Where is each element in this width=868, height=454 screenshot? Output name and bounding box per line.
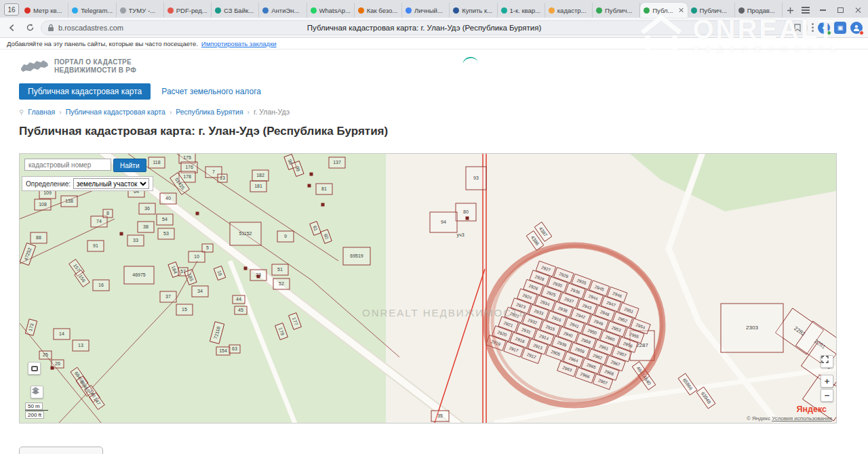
svg-text:13: 13 — [220, 176, 225, 180]
svg-text:46975: 46975 — [132, 272, 146, 277]
browser-tab[interactable]: Купить к... — [450, 3, 497, 18]
tab-label: 1-к. квар... — [510, 7, 541, 14]
zoom-out-button[interactable]: − — [821, 389, 833, 402]
russia-map-logo-icon — [20, 59, 49, 74]
map-parcel: 138 — [61, 196, 77, 207]
browser-tab[interactable]: Метр кв... — [21, 3, 68, 18]
tab-favicon — [738, 7, 745, 14]
site-nav: Публичная кадастровая карта Расчет земел… — [19, 83, 868, 99]
extension-icon[interactable]: ● — [818, 22, 830, 34]
map-parcel: 154 — [216, 347, 230, 355]
cutoff-button[interactable] — [19, 447, 103, 454]
search-button[interactable]: Найти — [113, 159, 146, 172]
breadcrumb-item[interactable]: Республика Бурятия — [176, 108, 243, 116]
minimize-button[interactable] — [814, 3, 831, 18]
browser-tab[interactable]: Публ... — [640, 3, 687, 18]
url-text: b.roscadastres.com — [58, 24, 123, 32]
browser-tab[interactable]: Публич... — [593, 3, 640, 18]
scale-line — [25, 410, 48, 411]
profile-icon[interactable] — [850, 22, 863, 34]
svg-text:154: 154 — [219, 348, 227, 353]
map-parcel: 94 — [430, 212, 457, 232]
tab-label: ТУМУ -... — [129, 7, 160, 14]
map-parcel: 45 — [235, 306, 247, 314]
filter-select[interactable]: земельный участок — [73, 178, 149, 189]
house-icon — [120, 232, 123, 236]
layers-button[interactable] — [31, 386, 43, 398]
tab-favicon — [167, 7, 174, 14]
browser-tab[interactable]: Публич... — [688, 3, 735, 18]
tab-favicon — [453, 7, 459, 14]
svg-text:7: 7 — [212, 169, 215, 174]
browser-tab[interactable]: Продав... — [735, 3, 783, 18]
more-options-icon[interactable] — [812, 23, 814, 32]
reload-icon — [26, 23, 35, 32]
tab-label: Публич... — [700, 7, 731, 14]
tab-label: Публич... — [605, 7, 636, 14]
fullscreen-button[interactable] — [821, 355, 833, 368]
house-icon — [244, 267, 248, 270]
map-parcel: 69519 — [343, 247, 370, 265]
tab-favicon — [691, 7, 697, 14]
svg-text:14: 14 — [59, 331, 64, 336]
back-button[interactable] — [5, 21, 19, 35]
search-input[interactable] — [24, 159, 111, 171]
tab-label: Продав... — [747, 7, 778, 14]
breadcrumb-item[interactable]: Публичная кадастровая карта — [66, 108, 165, 116]
browser-tab-bar: 16 Метр кв...Telegram...ТУМУ -...PDF-ред… — [0, 0, 868, 18]
map-parcel: 51152 — [230, 222, 261, 245]
map-parcel: 51 — [272, 264, 288, 275]
svg-text:9: 9 — [284, 234, 287, 239]
breadcrumb-separator: › — [248, 108, 250, 116]
map-parcel: уч3 — [456, 232, 464, 238]
map-container[interactable]: 1181751761787131821819899137819310910813… — [19, 153, 837, 424]
close-button[interactable] — [849, 3, 867, 18]
site-logo-text: ПОРТАЛ О КАДАСТРЕ НЕДВИЖИМОСТИ В РФ — [54, 58, 136, 75]
browser-tab[interactable]: Telegram... — [68, 3, 116, 18]
browser-tab[interactable]: СЗ Байк... — [212, 3, 259, 18]
map-type-button[interactable] — [28, 362, 41, 375]
browser-tab[interactable]: Личный... — [402, 3, 450, 18]
svg-text:36: 36 — [144, 206, 150, 211]
map-canvas[interactable]: 1181751761787131821819899137819310910813… — [20, 154, 836, 423]
tab-land-tax[interactable]: Расчет земельного налога — [161, 87, 261, 96]
breadcrumb-item[interactable]: Главная — [28, 108, 55, 116]
map-parcel: 35 — [431, 411, 449, 421]
browser-tab[interactable]: кадастр... — [545, 3, 593, 18]
svg-text:2303: 2303 — [746, 325, 758, 331]
import-bookmarks-link[interactable]: Импортировать закладки — [201, 40, 277, 47]
svg-text:74: 74 — [96, 219, 102, 224]
tab-favicon — [501, 7, 507, 14]
browser-tab[interactable]: 1-к. квар... — [498, 3, 545, 18]
address-bar[interactable]: b.roscadastres.com Публичная кадастровая… — [41, 20, 808, 35]
browser-tab[interactable]: АнтиЭн... — [259, 3, 307, 18]
bookmark-flag-icon[interactable] — [794, 24, 801, 32]
tab-counter[interactable]: 16 — [4, 3, 19, 16]
browser-tab[interactable]: ТУМУ -... — [117, 3, 164, 18]
copyright-text: © Яндекс — [747, 415, 770, 421]
new-tab-button[interactable] — [783, 3, 797, 18]
tab-favicon — [644, 7, 650, 14]
svg-text:178: 178 — [183, 174, 191, 179]
tab-label: Публ... — [652, 7, 675, 14]
house-icon — [51, 367, 54, 370]
map-parcel: 34 — [192, 286, 208, 297]
browser-tab[interactable]: WhatsAp... — [307, 3, 355, 18]
maximize-button[interactable] — [831, 3, 849, 18]
browser-tab[interactable]: Как безо... — [355, 3, 402, 18]
terms-link[interactable]: Условия использования — [772, 415, 832, 421]
browser-tab[interactable]: PDF-ред... — [164, 3, 212, 18]
filter-label: Определение: — [26, 180, 71, 188]
tab-favicon — [596, 7, 602, 14]
map-parcel: 13 — [73, 340, 89, 351]
extension-icon[interactable]: ▣ — [834, 22, 846, 34]
svg-text:25: 25 — [43, 352, 48, 357]
map-parcel: 40 — [160, 193, 176, 204]
extension-badge — [827, 30, 831, 35]
tab-public-map[interactable]: Публичная кадастровая карта — [19, 83, 151, 100]
tab-close-icon[interactable] — [679, 7, 684, 13]
zoom-in-button[interactable]: + — [821, 375, 833, 388]
reload-button[interactable] — [23, 21, 37, 35]
menu-icon[interactable] — [797, 3, 814, 18]
yandex-logo[interactable]: Яндекс — [797, 405, 827, 414]
